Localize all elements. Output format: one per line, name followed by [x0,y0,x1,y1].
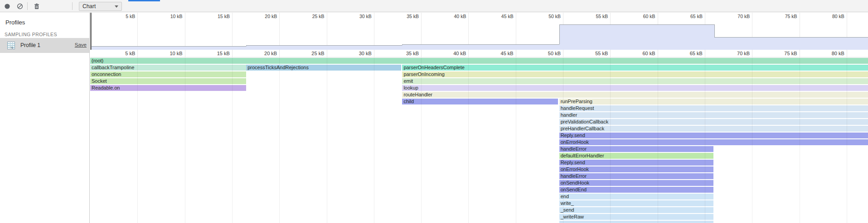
flame-bar-handler[interactable]: handler [559,112,868,118]
clear-icon[interactable] [17,3,23,9]
view-mode-select[interactable]: Chart [79,2,122,11]
flame-bar-handlerequest[interactable]: handleRequest [559,105,868,111]
flame-bar-_send[interactable]: _send [559,207,713,213]
gridline [232,57,233,223]
gridline [327,57,327,223]
flame-bar-callbacktrampoline[interactable]: callbackTrampoline [90,65,246,71]
gridline [137,57,138,223]
flame-chart-ruler: 5 kB10 kB15 kB20 kB25 kB30 kB35 kB40 kB4… [90,50,868,57]
gridline [137,13,138,50]
record-icon[interactable] [4,3,10,9]
flame-bar-onerrorhook[interactable]: onErrorHook [559,139,868,145]
flame-bar-_writeraw[interactable]: _writeRaw [559,214,713,220]
flame-bar-parseronincoming[interactable]: parserOnIncoming [402,71,868,77]
overview-axis-tick: 35 kB [407,14,421,19]
gridline [563,50,563,57]
overview-step [402,44,559,50]
sidebar-title: Profiles [5,19,25,26]
gridline [232,50,233,57]
gridline [421,50,422,57]
flame-bar-onerrorhook[interactable]: onErrorHook [559,166,713,172]
overview-axis-tick: 10 kB [170,14,185,19]
flame-axis-tick: 65 kB [690,51,705,56]
gridline [752,57,752,223]
profile-name: Profile 1 [20,42,40,48]
gridline [705,57,705,223]
gridline [800,50,800,57]
overview-step [559,24,714,50]
flame-axis-tick: 45 kB [501,51,516,56]
chevron-down-icon [115,5,118,8]
profile-list-item[interactable]: % Profile 1 Save [0,38,89,53]
flame-bar-defaulterrorhandler[interactable]: defaultErrorHandler [559,153,713,159]
profiles-toolbar: Chart [0,0,868,12]
overview-step-edge [246,45,247,46]
flame-axis-tick: 60 kB [642,51,657,56]
flame-axis-tick: 70 kB [737,51,752,56]
allocation-overview-pane[interactable]: 5 kB10 kB15 kB20 kB25 kB30 kB35 kB40 kB4… [90,13,868,50]
flame-bar-processticksandrejections[interactable]: processTicksAndRejections [246,65,401,71]
overview-left-resize-handle[interactable] [90,13,92,50]
flame-chart[interactable]: (root)callbackTrampolineprocessTicksAndR… [90,57,868,223]
flame-bar-parseronheaderscomplete[interactable]: parserOnHeadersComplete [402,65,868,71]
flame-bar[interactable] [559,221,713,223]
overview-axis-tick: 70 kB [737,14,752,19]
profile-icon: % [7,42,15,49]
gridline [185,13,185,50]
gridline [421,57,422,223]
gridline [279,13,280,50]
gridline [563,57,563,223]
flame-bar-reply.send[interactable]: Reply.send [559,160,713,166]
flame-bar-prevalidationcallback[interactable]: preValidationCallback [559,119,868,125]
gridline [752,50,752,57]
toolbar-divider [72,2,73,10]
overview-axis-tick: 80 kB [832,14,847,19]
flame-bar-root[interactable]: (root) [90,58,868,64]
flame-bar-onsendhook[interactable]: onSendHook [559,180,713,186]
flame-bar-child[interactable]: child [402,99,558,104]
gridline [279,50,280,57]
overview-axis-tick: 15 kB [218,14,232,19]
active-tab-indicator [128,0,160,1]
flame-bar-prehandlercallback[interactable]: preHandlerCallback [559,126,868,132]
svg-text:%: % [11,46,14,49]
flame-bar-onsendend[interactable]: onSendEnd [559,187,713,193]
flame-axis-tick: 15 kB [217,51,232,56]
overview-step [714,37,868,50]
flame-axis-tick: 40 kB [453,51,468,56]
gridline [327,50,327,57]
flame-bar-handleerror[interactable]: handleError [559,146,713,152]
flame-bar-end[interactable]: end [559,194,713,199]
flame-bar-socket[interactable]: Socket [90,78,246,84]
flame-bar-emit[interactable]: emit [402,78,868,84]
flame-axis-tick: 25 kB [311,51,326,56]
overview-axis-tick: 65 kB [690,14,705,19]
flame-bar-onconnection[interactable]: onconnection [90,71,246,77]
overview-axis-tick: 60 kB [643,14,658,19]
flame-bar-readable.on[interactable]: Readable.on [90,85,246,91]
flame-bar-routehandler[interactable]: routeHandler [402,92,868,98]
trash-icon[interactable] [34,3,40,9]
flame-bar-reply.send[interactable]: Reply.send [559,133,868,138]
profiles-sidebar: Profiles SAMPLING PROFILES % Profile 1 S… [0,13,90,223]
flame-bar-lookup[interactable]: lookup [402,85,868,91]
flame-bar-runpreparsing[interactable]: runPreParsing [559,99,868,104]
overview-step-edge [559,24,560,44]
gridline [137,50,138,57]
overview-axis-tick: 30 kB [359,14,374,19]
save-link[interactable]: Save [75,42,87,47]
view-mode-value: Chart [82,3,96,9]
gridline [327,13,327,50]
gridline [516,57,516,223]
flame-axis-tick: 35 kB [406,51,421,56]
gridline [185,57,185,223]
memory-panel: Chart Profiles SAMPLING PROFILES % Profi… [0,0,868,223]
overview-step-edge [714,24,715,38]
overview-axis-tick: 75 kB [785,14,800,19]
flame-bar-handleerror[interactable]: handleError [559,173,713,179]
gridline [516,50,516,57]
gridline [468,57,469,223]
gridline [374,13,374,50]
gridline [847,57,847,223]
flame-bar-write_[interactable]: write_ [559,200,713,206]
